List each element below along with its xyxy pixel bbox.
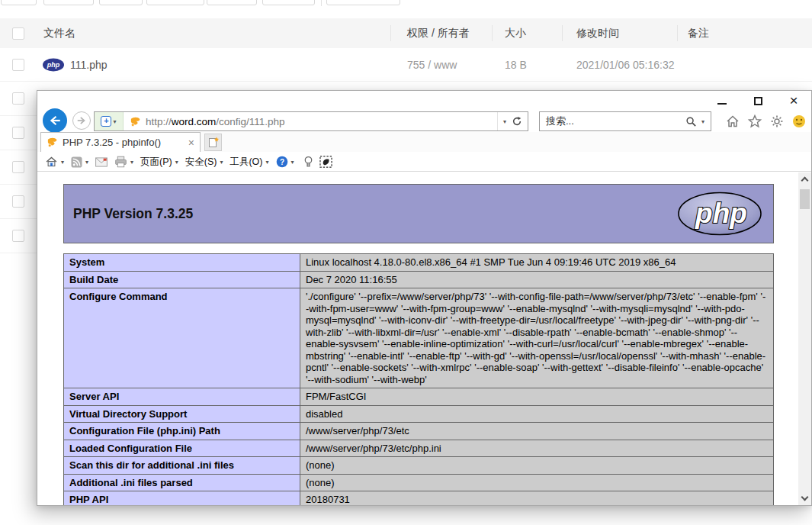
page-menu-label: 页面(P): [140, 156, 172, 169]
svg-text:?: ?: [279, 158, 284, 166]
scrollbar-thumb[interactable]: [800, 189, 810, 209]
phpinfo-row: PHP API20180731: [64, 491, 774, 506]
tools-menu-label: 工具(O): [229, 156, 262, 169]
scroll-down-button[interactable]: [798, 492, 811, 505]
phpinfo-label: Loaded Configuration File: [64, 440, 300, 457]
phpinfo-row: Loaded Configuration File/www/server/php…: [64, 440, 774, 457]
search-box[interactable]: 搜索... ▾: [539, 111, 711, 131]
file-name-link[interactable]: 111.php: [70, 59, 108, 71]
lightbulb-icon: [304, 156, 313, 169]
back-arrow-icon: [48, 114, 62, 127]
toolbar-button[interactable]: [207, 0, 257, 5]
url-protocol: http://: [146, 116, 172, 127]
phpinfo-value: FPM/FastCGI: [300, 388, 774, 406]
phpinfo-value: disabled: [300, 405, 774, 423]
new-tab-button[interactable]: [204, 134, 222, 151]
phpinfo-value: Linux localhost 4.18.0-80.el8.x86_64 #1 …: [300, 254, 774, 272]
printer-icon: [114, 156, 127, 168]
toolbar-button[interactable]: [262, 0, 315, 5]
php-logo-text: php: [695, 198, 747, 229]
autocomplete-dropdown-icon[interactable]: ▾: [503, 118, 506, 125]
file-modified: 2021/01/06 05:16:32: [576, 59, 674, 71]
search-input[interactable]: 搜索...: [546, 114, 681, 128]
rss-feed-icon: [71, 156, 82, 168]
feeds-button[interactable]: ▾: [71, 156, 88, 168]
browser-chrome: × + ▾ http://word.c: [37, 91, 811, 172]
column-divider: [390, 25, 391, 41]
phpinfo-row: Additional .ini files parsed(none): [64, 474, 774, 491]
tab-close-icon[interactable]: ×: [188, 137, 194, 149]
toolbar-search-box[interactable]: [326, 0, 400, 5]
row-checkbox[interactable]: [12, 161, 24, 173]
row-checkbox[interactable]: [12, 92, 24, 105]
phpinfo-value: './configure' '--prefix=/www/server/php/…: [300, 288, 774, 388]
help-icon: ?: [276, 156, 288, 168]
refresh-icon[interactable]: [512, 116, 522, 127]
snip-icon: [319, 156, 332, 168]
phpinfo-value: (none): [300, 457, 774, 475]
maximize-button[interactable]: [753, 95, 763, 106]
home-icon[interactable]: [725, 114, 740, 129]
favorites-star-icon[interactable]: [747, 114, 762, 129]
toolbar-button[interactable]: [1, 0, 37, 5]
chevron-down-icon: ▾: [113, 118, 116, 125]
scroll-up-button[interactable]: [798, 172, 811, 185]
chevron-down-icon: ▾: [130, 159, 133, 166]
home-menu-button[interactable]: ▾: [45, 156, 64, 168]
back-button[interactable]: [43, 108, 67, 133]
phpinfo-row: Server APIFPM/FastCGI: [64, 388, 774, 406]
address-bar-actions: ▾: [497, 112, 528, 130]
phpinfo-label: Additional .ini files parsed: [64, 474, 300, 491]
file-permissions: 755 / www: [407, 59, 457, 71]
url-text[interactable]: http://word.com/config/111.php: [124, 116, 497, 127]
chevron-down-icon: ▾: [291, 159, 294, 166]
help-menu[interactable]: ? ▾: [276, 156, 294, 168]
phpinfo-row: Configure Command'./configure' '--prefix…: [64, 288, 774, 388]
toolbar-button[interactable]: [99, 0, 143, 5]
forward-button[interactable]: [72, 111, 91, 130]
page-menu[interactable]: 页面(P) ▾: [140, 156, 178, 169]
mail-icon: [95, 157, 108, 167]
feedback-smiley-icon[interactable]: [791, 114, 807, 129]
column-divider: [677, 25, 678, 41]
header-icons: [725, 114, 807, 129]
tab-phpinfo[interactable]: PHP 7.3.25 - phpinfo() ×: [40, 132, 201, 152]
row-checkbox[interactable]: [12, 127, 24, 139]
vertical-scrollbar[interactable]: [798, 172, 811, 505]
snip-button[interactable]: [319, 156, 332, 168]
php-logo: php: [677, 192, 762, 236]
file-row[interactable]: php 111.php 755 / www 18 B 2021/01/06 05…: [0, 48, 812, 82]
chevron-down-icon: ▾: [175, 159, 178, 166]
search-dropdown-icon[interactable]: ▾: [701, 118, 704, 125]
phpinfo-label: Scan this dir for additional .ini files: [64, 457, 300, 475]
site-zone-button[interactable]: + ▾: [95, 112, 124, 130]
row-checkbox[interactable]: [12, 230, 24, 242]
read-mail-button[interactable]: [95, 157, 108, 167]
toolbar-separator: [321, 0, 322, 6]
phpinfo-value: /www/server/php/73/etc: [300, 423, 774, 440]
accelerator-button[interactable]: [304, 156, 313, 169]
chevron-down-icon: ▾: [265, 159, 268, 166]
phpinfo-label: Configuration File (php.ini) Path: [64, 423, 300, 440]
phpinfo-value: (none): [300, 474, 774, 491]
search-icon[interactable]: [685, 116, 697, 127]
close-button[interactable]: ×: [788, 95, 799, 106]
select-all-checkbox[interactable]: [12, 27, 24, 40]
phpinfo-value: Dec 7 2020 11:16:55: [300, 271, 774, 288]
command-bar: ▾ ▾: [37, 152, 811, 172]
toolbar-button[interactable]: [146, 0, 204, 5]
minimize-button[interactable]: [717, 95, 727, 106]
security-menu-label: 安全(S): [185, 156, 217, 169]
row-checkbox[interactable]: [12, 59, 24, 71]
row-checkbox[interactable]: [12, 195, 24, 208]
url-domain: word.com: [172, 116, 217, 127]
print-button[interactable]: ▾: [114, 156, 133, 168]
tools-menu[interactable]: 工具(O) ▾: [229, 156, 268, 169]
phpinfo-label: System: [64, 254, 300, 272]
settings-gear-icon[interactable]: [769, 114, 785, 129]
security-menu[interactable]: 安全(S) ▾: [185, 156, 223, 169]
php-file-icon: php: [43, 58, 64, 71]
address-bar[interactable]: + ▾ http://word.com/config/111.php ▾: [94, 111, 528, 131]
toolbar-button[interactable]: [43, 0, 94, 5]
phpinfo-row: Scan this dir for additional .ini files(…: [64, 457, 774, 475]
